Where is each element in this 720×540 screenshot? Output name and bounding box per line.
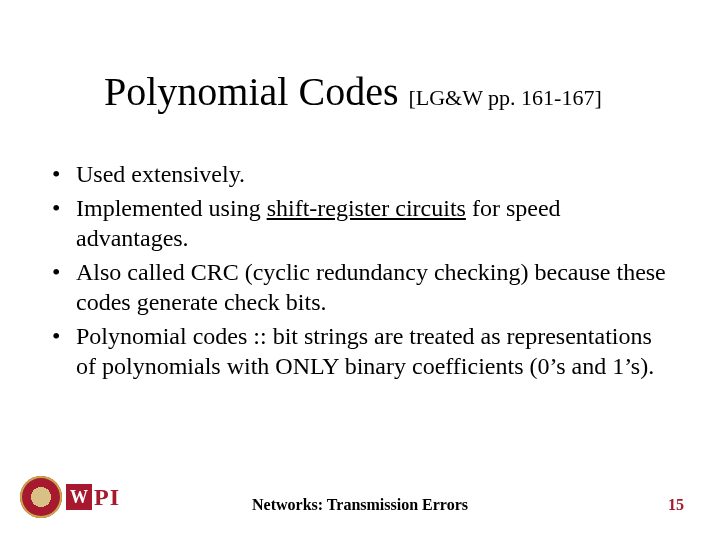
- title-main: Polynomial Codes: [104, 69, 398, 114]
- bullet-item: Also called CRC (cyclic redundancy check…: [48, 257, 672, 317]
- logo-pi: PI: [94, 484, 120, 511]
- slide: Polynomial Codes [LG&W pp. 161-167] Used…: [0, 0, 720, 540]
- footer-title: Networks: Transmission Errors: [252, 496, 468, 514]
- bullet-text: Also called CRC (cyclic redundancy check…: [76, 259, 666, 315]
- title-reference: [LG&W pp. 161-167]: [408, 85, 601, 110]
- bullet-text: Used extensively.: [76, 161, 245, 187]
- bullet-underlined: shift-register circuits: [267, 195, 466, 221]
- bullet-text: Polynomial codes :: bit strings are trea…: [76, 323, 654, 379]
- bullet-item: Implemented using shift-register circuit…: [48, 193, 672, 253]
- footer: W PI Networks: Transmission Errors 15: [0, 466, 720, 518]
- logo-w: W: [66, 484, 92, 510]
- bullet-item: Used extensively.: [48, 159, 672, 189]
- bullet-text: Implemented using: [76, 195, 267, 221]
- slide-title: Polynomial Codes [LG&W pp. 161-167]: [104, 68, 672, 115]
- page-number: 15: [668, 496, 684, 514]
- seal-icon: [20, 476, 62, 518]
- bullet-list: Used extensively. Implemented using shif…: [48, 159, 672, 381]
- wpi-logo: W PI: [20, 476, 120, 518]
- bullet-item: Polynomial codes :: bit strings are trea…: [48, 321, 672, 381]
- wpi-wordmark: W PI: [66, 484, 120, 511]
